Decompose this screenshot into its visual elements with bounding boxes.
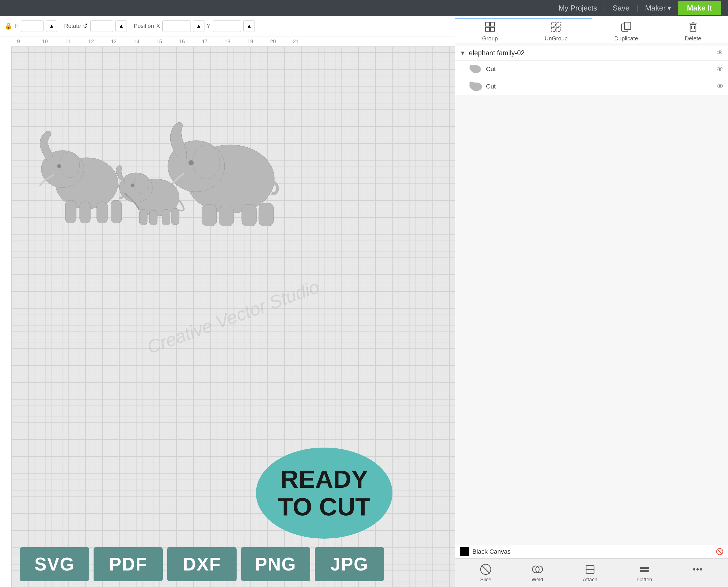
svg-rect-13 — [242, 205, 257, 226]
ruler-10: 10 — [42, 39, 48, 45]
attach-label: Attach — [583, 577, 597, 583]
nav-divider2: | — [636, 4, 638, 13]
height-input[interactable] — [21, 21, 44, 32]
svg-point-2 — [60, 152, 80, 178]
flatten-icon — [638, 563, 651, 576]
black-canvas-bar: Black Canvas 🚫 — [455, 545, 728, 559]
y-stepper[interactable]: ▲ — [243, 21, 255, 32]
ruler-18: 18 — [225, 39, 230, 45]
delete-label: Delete — [685, 35, 701, 42]
rotate-icon: ↺ — [82, 22, 89, 30]
format-png: PNG — [241, 547, 310, 581]
ready-badge-text: READY TO CUT — [278, 466, 370, 521]
ungroup-button[interactable]: UnGroup — [544, 19, 567, 42]
expand-arrow-icon: ▼ — [460, 50, 465, 56]
slice-button[interactable]: Slice — [480, 563, 492, 583]
svg-rect-52 — [640, 570, 649, 572]
save-link[interactable]: Save — [613, 4, 630, 13]
toolbar: 🔒 H ▲ Rotate ↺ ▲ Position X ▲ Y ▲ — [0, 16, 455, 37]
weld-icon — [531, 563, 544, 576]
ruler-14: 14 — [134, 39, 139, 45]
svg-rect-12 — [219, 206, 234, 226]
svg-rect-19 — [139, 209, 147, 225]
black-canvas-visibility-icon[interactable]: 🚫 — [716, 548, 724, 556]
svg-point-54 — [697, 568, 699, 570]
svg-rect-22 — [171, 208, 179, 225]
height-stepper-up[interactable]: ▲ — [46, 21, 57, 32]
flatten-button[interactable]: Flatten — [636, 563, 652, 583]
my-projects-link[interactable]: My Projects — [559, 4, 597, 13]
position-group: Position X ▲ Y ▲ — [134, 21, 255, 32]
weld-label: Weld — [532, 577, 543, 583]
rotate-group: Rotate ↺ ▲ — [64, 21, 127, 32]
slice-label: Slice — [480, 577, 491, 583]
layer-item-label-0: Cut — [486, 66, 496, 73]
svg-rect-27 — [490, 27, 494, 31]
y-input[interactable] — [213, 21, 241, 32]
x-input[interactable] — [162, 21, 191, 32]
group-button[interactable]: Group — [482, 19, 498, 42]
black-canvas-swatch — [460, 547, 469, 556]
svg-rect-28 — [552, 22, 556, 26]
svg-rect-30 — [552, 27, 556, 31]
h-label: H — [15, 23, 19, 29]
ruler-9: 9 — [17, 39, 20, 45]
rotate-label: Rotate — [64, 23, 81, 29]
x-label: X — [156, 23, 160, 29]
svg-point-23 — [131, 184, 134, 187]
delete-icon — [686, 19, 700, 34]
attach-button[interactable]: Attach — [583, 563, 597, 583]
svg-point-18 — [134, 174, 149, 193]
chevron-down-icon: ▾ — [668, 4, 671, 13]
slice-icon — [480, 563, 492, 576]
format-svg: SVG — [20, 547, 89, 581]
ungroup-label: UnGroup — [544, 35, 567, 42]
canvas-area[interactable]: Creative Vector Studio — [11, 47, 455, 587]
layer-thumb-1 — [469, 81, 483, 92]
rotate-stepper[interactable]: ▲ — [116, 21, 127, 32]
ready-line2: TO CUT — [278, 493, 370, 521]
panel-bottom: Slice Weld Attach Flatten — [455, 559, 728, 587]
make-it-button[interactable]: Make It — [678, 1, 721, 15]
ruler-12: 12 — [88, 39, 94, 45]
format-dxf: DXF — [167, 547, 236, 581]
svg-point-53 — [693, 568, 695, 570]
svg-rect-3 — [66, 200, 76, 223]
svg-rect-26 — [485, 27, 489, 31]
layer-group-header[interactable]: ▼ elephant family-02 👁 — [455, 46, 728, 61]
ready-to-cut-badge: READY TO CUT — [256, 448, 392, 539]
svg-rect-21 — [162, 209, 170, 225]
layer-group-visibility-icon[interactable]: 👁 — [717, 49, 724, 57]
layer-group-name: elephant family-02 — [469, 49, 525, 57]
svg-point-55 — [700, 568, 702, 570]
duplicate-button[interactable]: Duplicate — [614, 19, 638, 42]
more-label: ··· — [696, 577, 700, 583]
elephant-illustration[interactable] — [28, 109, 284, 229]
svg-rect-24 — [485, 22, 489, 26]
x-stepper[interactable]: ▲ — [193, 21, 204, 32]
layer-thumb-0 — [469, 64, 483, 75]
more-button[interactable]: ··· — [691, 563, 704, 583]
position-label: Position — [134, 23, 154, 29]
duplicate-icon — [619, 19, 634, 34]
svg-rect-25 — [490, 22, 494, 26]
delete-button[interactable]: Delete — [685, 19, 701, 42]
svg-rect-6 — [111, 200, 122, 223]
svg-rect-33 — [625, 22, 631, 30]
svg-point-7 — [57, 164, 61, 168]
layer-item-0[interactable]: Cut 👁 — [455, 61, 728, 78]
ruler-15: 15 — [156, 39, 162, 45]
ruler-21: 21 — [293, 39, 298, 45]
weld-button[interactable]: Weld — [531, 563, 544, 583]
right-panel: Layers Color Sync Group UnGroup Duplicat… — [455, 0, 728, 587]
layer-item-0-visibility-icon[interactable]: 👁 — [717, 65, 724, 73]
lock-group: 🔒 H ▲ — [4, 21, 57, 32]
ruler-11: 11 — [66, 39, 71, 45]
rotate-input[interactable] — [91, 21, 113, 32]
attach-icon — [584, 563, 596, 576]
layer-item-1[interactable]: Cut 👁 — [455, 78, 728, 95]
layer-item-1-visibility-icon[interactable]: 👁 — [717, 83, 724, 91]
panel-toolbar: Group UnGroup Duplicate Delete — [455, 18, 728, 43]
maker-button[interactable]: Maker ▾ — [645, 4, 671, 13]
svg-rect-14 — [259, 203, 273, 226]
